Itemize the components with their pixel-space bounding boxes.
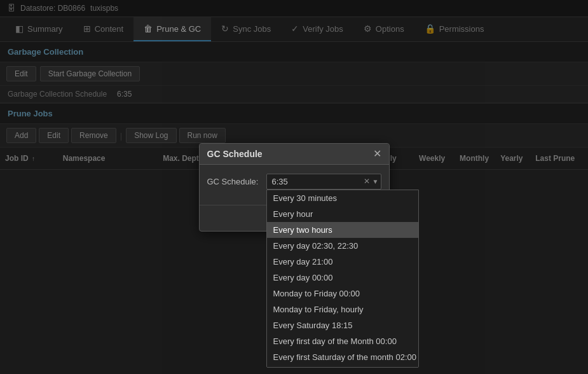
clear-input-button[interactable]: ✕ bbox=[364, 177, 370, 186]
select-wrapper: ✕ ▼ Every 30 minutesEvery hourEvery two … bbox=[266, 174, 381, 190]
form-row: GC Schedule: ✕ ▼ Every 30 minutesEvery h… bbox=[207, 174, 381, 190]
gc-schedule-field-label: GC Schedule: bbox=[207, 177, 261, 186]
dropdown-item-every-30-min[interactable]: Every 30 minutes bbox=[267, 190, 418, 206]
content-area: Garbage Collection Edit Start Garbage Co… bbox=[0, 42, 588, 170]
dropdown-item-every-sat-1815[interactable]: Every Saturday 18:15 bbox=[267, 317, 418, 333]
modal-title: GC Schedule bbox=[207, 149, 263, 159]
dropdown-item-every-first-sat-month[interactable]: Every first Saturday of the month 02:00 bbox=[267, 349, 418, 365]
dropdown-item-every-two-hours[interactable]: Every two hours bbox=[267, 222, 418, 238]
dropdown-item-every-first-day-month[interactable]: Every first day of the Month 00:00 bbox=[267, 333, 418, 349]
modal-overlay[interactable]: GC Schedule ✕ GC Schedule: ✕ ▼ Every 30 … bbox=[0, 0, 588, 374]
dropdown-item-every-hour[interactable]: Every hour bbox=[267, 206, 418, 222]
modal-header: GC Schedule ✕ bbox=[200, 144, 389, 165]
dropdown-list: Every 30 minutesEvery hourEvery two hour… bbox=[266, 190, 419, 368]
modal-body: GC Schedule: ✕ ▼ Every 30 minutesEvery h… bbox=[200, 165, 389, 205]
gc-schedule-modal: GC Schedule ✕ GC Schedule: ✕ ▼ Every 30 … bbox=[199, 143, 390, 232]
dropdown-item-first-day-year[interactable]: First day of the year 00:00 bbox=[267, 365, 418, 368]
dropdown-item-every-day-0230[interactable]: Every day 02:30, 22:30 bbox=[267, 238, 418, 254]
dropdown-item-mon-fri-hourly[interactable]: Monday to Friday, hourly bbox=[267, 301, 418, 317]
dropdown-item-mon-fri-0000[interactable]: Monday to Friday 00:00 bbox=[267, 286, 418, 301]
modal-close-button[interactable]: ✕ bbox=[373, 149, 381, 159]
dropdown-item-every-day-2100[interactable]: Every day 21:00 bbox=[267, 254, 418, 270]
dropdown-item-every-day-0000[interactable]: Every day 00:00 bbox=[267, 270, 418, 286]
